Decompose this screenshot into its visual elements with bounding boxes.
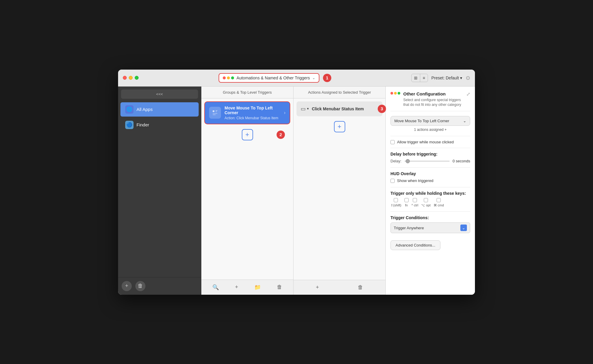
delete-action-button[interactable]: 🗑 xyxy=(355,283,365,292)
add-action-container: + xyxy=(296,119,382,135)
add-trigger-button[interactable]: + xyxy=(242,129,253,140)
add-action-footer-button[interactable]: + xyxy=(313,283,321,292)
sidebar-item-all-apps[interactable]: 🌐 All Apps xyxy=(120,102,199,117)
sidebar-delete-button[interactable]: 🗑 xyxy=(135,281,145,291)
view-toggle-group: ⊞ ≡ xyxy=(411,74,428,82)
trigger-item-icon xyxy=(209,107,221,119)
divider-4 xyxy=(390,187,470,187)
actions-column: Actions Assigned to Selected Trigger ▭ ▪… xyxy=(294,87,386,295)
opt-key-modifier: ⌥ opt xyxy=(421,198,430,207)
trigger-title: Move Mouse To Top Left Corner xyxy=(225,106,280,115)
search-triggers-button[interactable]: 🔍 xyxy=(210,283,221,292)
advanced-conditions-button[interactable]: Advanced Conditions... xyxy=(390,240,440,250)
delay-section-title: Delay before triggering: xyxy=(390,152,470,156)
trigger-type-dropdown[interactable]: Automations & Named & Other Triggers ⌄ xyxy=(219,73,319,83)
trigger-conditions-section: Trigger Conditions: Trigger Anywhere ⌄ xyxy=(390,215,470,233)
svg-rect-2 xyxy=(216,112,217,112)
hud-section: HUD Overlay Show when triggered xyxy=(390,171,470,183)
conditions-select-btn[interactable]: ⌄ xyxy=(460,225,467,231)
list-view-button[interactable]: ≡ xyxy=(420,74,427,82)
shift-key-modifier: ⇧(shift) xyxy=(390,198,401,207)
allow-trigger-row: Allow trigger while mouse clicked xyxy=(390,140,470,144)
cmd-label: ⌘ cmd xyxy=(434,203,444,207)
allow-trigger-checkbox[interactable] xyxy=(390,140,395,144)
hud-title: HUD Overlay xyxy=(390,171,470,176)
divider-5 xyxy=(390,211,470,212)
opt-checkbox[interactable] xyxy=(424,198,428,202)
shift-label: ⇧(shift) xyxy=(390,203,401,207)
trigger-subtitle: Action: Click Menubar Status Item xyxy=(225,116,280,120)
delay-row: Delay: 0 seconds xyxy=(390,159,470,163)
delete-trigger-button[interactable]: 🗑 xyxy=(274,283,285,291)
sidebar-item-finder[interactable]: 🔵 Finder xyxy=(120,118,199,132)
minimize-button[interactable] xyxy=(129,76,133,80)
trigger-selector-dropdown[interactable]: Move Mouse To Top Left Corner ⌄ xyxy=(390,116,470,126)
svg-rect-0 xyxy=(213,110,214,112)
trigger-item[interactable]: Move Mouse To Top Left Corner Action: Cl… xyxy=(204,101,290,124)
add-trigger-footer-button[interactable]: + xyxy=(233,283,241,291)
divider-2 xyxy=(390,148,470,148)
config-panel: Other Configuration Select and configure… xyxy=(386,87,475,295)
actions-footer: + 🗑 xyxy=(294,280,385,295)
shift-checkbox[interactable] xyxy=(394,198,398,202)
hold-keys-section: Trigger only while holding these keys: ⇧… xyxy=(390,191,470,207)
triggers-column-body: Move Mouse To Top Left Corner Action: Cl… xyxy=(201,98,293,280)
conditions-select[interactable]: Trigger Anywhere ⌄ xyxy=(390,222,470,233)
maximize-button[interactable] xyxy=(135,76,139,80)
config-title: Other Configuration xyxy=(403,91,463,96)
close-button[interactable] xyxy=(123,76,127,80)
triggers-column-header: Groups & Top Level Triggers xyxy=(201,87,293,98)
titlebar-right: ⊞ ≡ Preset: Default ▾ ⊙ xyxy=(411,74,470,82)
action-item[interactable]: ▭ ▪ Click Menubar Status Item 3 xyxy=(296,101,382,116)
delay-section: Delay before triggering: Delay: 0 second… xyxy=(390,152,470,163)
badge-1: 1 xyxy=(323,74,331,82)
add-action-button[interactable]: + xyxy=(334,121,345,132)
sidebar-add-button[interactable]: + xyxy=(122,281,132,291)
dot-red xyxy=(223,76,226,79)
actions-assigned-text[interactable]: 1 actions assigned + xyxy=(390,128,470,132)
svg-rect-3 xyxy=(213,113,217,114)
content-area: Groups & Top Level Triggers xyxy=(201,87,475,295)
titlebar-center: Automations & Named & Other Triggers ⌄ 1 xyxy=(142,73,408,83)
action-icon-left: ▭ xyxy=(301,106,306,112)
chevron-down-icon: ⌄ xyxy=(312,76,315,80)
cmd-checkbox[interactable] xyxy=(437,198,441,202)
finder-icon: 🔵 xyxy=(125,121,134,129)
fn-checkbox[interactable] xyxy=(404,198,409,202)
delay-slider[interactable] xyxy=(404,161,450,162)
dropdown-dots xyxy=(223,76,234,79)
triggers-column: Groups & Top Level Triggers xyxy=(201,87,294,295)
all-apps-label: All Apps xyxy=(137,107,153,112)
action-icon-right: ▪ xyxy=(307,106,309,112)
finder-label: Finder xyxy=(137,122,149,127)
folder-button[interactable]: 📁 xyxy=(252,283,263,292)
sidebar-footer: + 🗑 xyxy=(118,277,201,295)
chevron-down-icon: ⌄ xyxy=(463,119,466,123)
config-dots xyxy=(390,92,400,95)
ctrl-key-modifier: ^ ctrl xyxy=(412,198,418,207)
back-button[interactable]: <<< xyxy=(121,90,198,99)
divider-1 xyxy=(390,136,470,136)
grid-view-button[interactable]: ⊞ xyxy=(412,74,420,82)
config-dot-red xyxy=(390,92,393,95)
config-header-text: Other Configuration Select and configure… xyxy=(403,91,463,108)
preset-dropdown[interactable]: Preset: Default ▾ xyxy=(432,76,462,80)
show-when-triggered-checkbox[interactable] xyxy=(390,179,395,183)
ctrl-checkbox[interactable] xyxy=(413,198,417,202)
dropdown-label: Automations & Named & Other Triggers xyxy=(236,76,310,80)
dot-green xyxy=(231,76,234,79)
trigger-chevron-icon: › xyxy=(284,110,285,115)
svg-rect-4 xyxy=(213,114,216,115)
config-header: Other Configuration Select and configure… xyxy=(390,91,470,112)
cmd-key-modifier: ⌘ cmd xyxy=(434,198,444,207)
show-when-triggered-row: Show when triggered xyxy=(390,178,470,183)
config-dot-green xyxy=(398,92,400,95)
trigger-selector-label: Move Mouse To Top Left Corner xyxy=(394,119,449,123)
actions-column-header: Actions Assigned to Selected Trigger xyxy=(294,87,385,98)
maximize-icon[interactable]: ⤢ xyxy=(466,91,470,97)
fn-label: fn xyxy=(405,203,408,207)
svg-rect-1 xyxy=(216,110,217,111)
info-icon[interactable]: ⊙ xyxy=(466,75,470,81)
config-description: Select and configure special triggers th… xyxy=(403,98,463,108)
opt-label: ⌥ opt xyxy=(421,203,430,207)
